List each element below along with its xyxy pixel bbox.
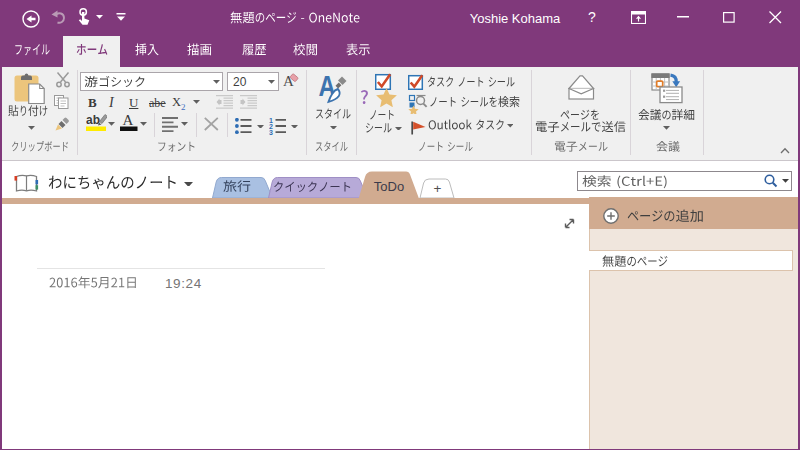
svg-text:A: A xyxy=(123,112,134,128)
svg-text:ab: ab xyxy=(86,113,100,127)
svg-text:3: 3 xyxy=(269,129,273,135)
